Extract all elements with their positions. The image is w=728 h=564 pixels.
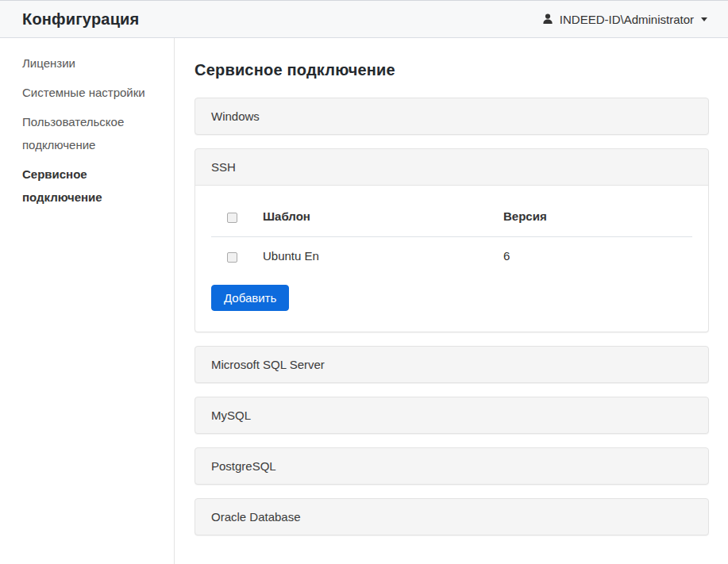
- sidebar-nav: Лицензии Системные настройки Пользовател…: [22, 52, 155, 209]
- sidebar-item-system-settings[interactable]: Системные настройки: [22, 81, 155, 104]
- panel-oracle-header[interactable]: Oracle Database: [195, 499, 708, 535]
- sidebar-item-user-connection[interactable]: Пользовательское подключение: [22, 110, 155, 156]
- panel-postgresql-header[interactable]: PostgreSQL: [195, 448, 708, 484]
- template-version-cell: 6: [503, 237, 692, 274]
- panel-windows-label: Windows: [211, 109, 260, 123]
- caret-down-icon: [701, 17, 707, 21]
- app-title: Конфигурация: [22, 10, 140, 29]
- layout: Лицензии Системные настройки Пользовател…: [0, 38, 728, 564]
- panel-postgresql: PostgreSQL: [195, 447, 709, 485]
- row-checkbox[interactable]: [227, 252, 237, 263]
- column-header-version: Версия: [503, 201, 692, 237]
- person-icon: [541, 13, 554, 25]
- panel-windows-header[interactable]: Windows: [195, 98, 708, 134]
- add-button[interactable]: Добавить: [211, 285, 289, 311]
- column-header-template: Шаблон: [263, 201, 503, 237]
- ssh-templates-table: Шаблон Версия Ubuntu En 6: [211, 201, 692, 274]
- panel-mysql-header[interactable]: MySQL: [195, 397, 708, 433]
- main-content: Сервисное подключение Windows SSH: [175, 38, 728, 564]
- sidebar: Лицензии Системные настройки Пользовател…: [0, 38, 175, 564]
- panel-ssh-label: SSH: [211, 160, 236, 174]
- panel-ssh-body: Шаблон Версия Ubuntu En 6: [195, 185, 708, 332]
- panel-mysql-label: MySQL: [211, 409, 251, 422]
- panel-postgresql-label: PostgreSQL: [211, 459, 276, 473]
- panel-oracle: Oracle Database: [195, 498, 709, 535]
- panel-windows: Windows: [195, 98, 709, 135]
- select-all-checkbox[interactable]: [227, 213, 237, 223]
- panel-mssql-label: Microsoft SQL Server: [211, 358, 325, 371]
- user-menu[interactable]: INDEED-ID\Administrator: [541, 13, 707, 26]
- page-title: Сервисное подключение: [195, 62, 709, 79]
- sidebar-item-licenses[interactable]: Лицензии: [22, 52, 155, 75]
- table-header-row: Шаблон Версия: [211, 201, 692, 237]
- panel-ssh-header[interactable]: SSH: [195, 149, 708, 185]
- panel-ssh: SSH Шаблон Версия: [195, 148, 709, 332]
- user-name: INDEED-ID\Administrator: [560, 13, 694, 26]
- panel-mysql: MySQL: [195, 397, 709, 434]
- sidebar-item-service-connection[interactable]: Сервисное подключение: [22, 163, 155, 209]
- app-header: Конфигурация INDEED-ID\Administrator: [0, 0, 728, 38]
- panel-mssql-header[interactable]: Microsoft SQL Server: [195, 347, 708, 382]
- template-name-cell: Ubuntu En: [263, 237, 503, 274]
- panel-oracle-label: Oracle Database: [211, 510, 301, 524]
- table-row: Ubuntu En 6: [211, 237, 692, 274]
- panel-mssql: Microsoft SQL Server: [195, 346, 709, 383]
